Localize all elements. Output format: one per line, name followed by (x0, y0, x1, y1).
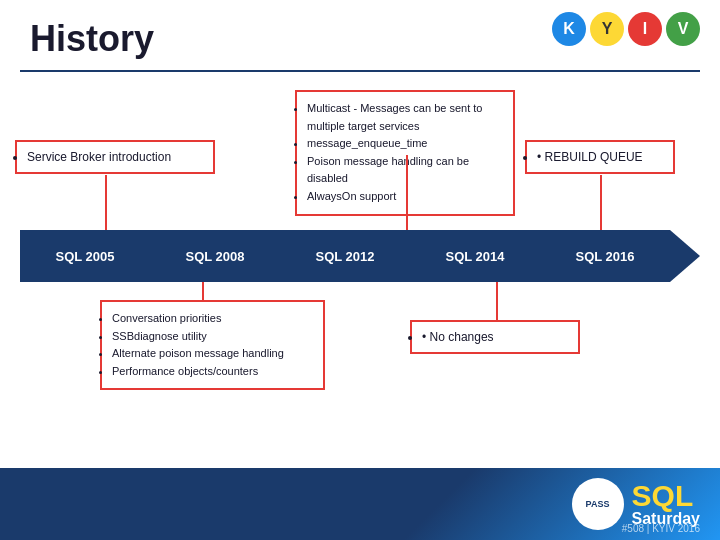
connector-rebuild (600, 175, 602, 231)
slide-info: #508 | KYIV 2016 (622, 523, 700, 534)
connector-sql2012 (406, 155, 408, 231)
sql2008-box: Conversation prioritiesSSBdiagnose utili… (100, 300, 325, 390)
sql2012-item: Multicast - Messages can be sent to mult… (307, 100, 503, 135)
rebuild-queue-box: • REBUILD QUEUE (525, 140, 675, 174)
sql2012-item: Poison message handling can be disabled (307, 153, 503, 188)
sql2012-item: message_enqueue_time (307, 135, 503, 153)
footer: PASS SQL Saturday #508 | KYIV 2016 (0, 468, 720, 540)
logo-i: I (628, 12, 662, 46)
connector-sql2008 (202, 282, 204, 302)
page-title: History (30, 18, 154, 60)
no-changes-item: • No changes (422, 330, 568, 344)
service-broker-box: Service Broker introduction (15, 140, 215, 174)
connector-service-broker (105, 175, 107, 231)
pass-logo: PASS (572, 478, 624, 530)
connector-no-changes (496, 282, 498, 322)
sql2012-box: Multicast - Messages can be sent to mult… (295, 90, 515, 216)
timeline-arrow (20, 230, 700, 282)
logo-y: Y (590, 12, 624, 46)
service-broker-item: Service Broker introduction (27, 150, 203, 164)
sql2012-item: AlwaysOn support (307, 188, 503, 206)
sql-label: SQL (632, 481, 694, 511)
logo-v: V (666, 12, 700, 46)
no-changes-box: • No changes (410, 320, 580, 354)
logo-k: K (552, 12, 586, 46)
sql-saturday-text: SQL Saturday (632, 481, 700, 527)
sql2008-item: Conversation priorities (112, 310, 313, 328)
sql2008-item: SSBdiagnose utility (112, 328, 313, 346)
timeline (20, 230, 700, 282)
kyiv-logo: K Y I V (552, 12, 700, 46)
title-divider (20, 70, 700, 72)
sql2008-item: Alternate poison message handling (112, 345, 313, 363)
rebuild-queue-item: • REBUILD QUEUE (537, 150, 663, 164)
sql2008-item: Performance objects/counters (112, 363, 313, 381)
